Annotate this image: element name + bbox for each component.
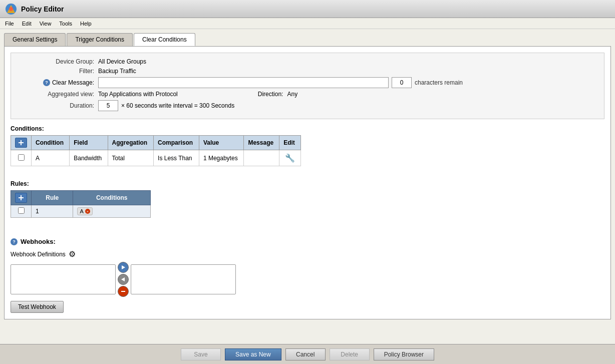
- conditions-col-edit: Edit: [279, 136, 301, 150]
- clear-message-input[interactable]: [98, 77, 389, 88]
- agg-view-value: Top Applications with Protocol: [98, 91, 178, 98]
- rules-col-rule: Rule: [32, 191, 73, 205]
- webhook-defs-label: Webhook Definitions: [11, 251, 66, 258]
- conditions-col-comparison: Comparison: [154, 136, 199, 150]
- filter-row: Filter: Backup Traffic: [19, 68, 596, 75]
- row-comparison: Is Less Than: [154, 150, 199, 166]
- rule-conditions-cell: A ×: [73, 205, 151, 218]
- webhook-add-btn[interactable]: [118, 262, 129, 273]
- duration-suffix: × 60 seconds write interval = 300 Second…: [121, 102, 234, 109]
- filter-value: Backup Traffic: [98, 68, 136, 75]
- title-bar: Policy Editor: [0, 0, 615, 18]
- tabs: General Settings Trigger Conditions Clea…: [4, 33, 611, 46]
- conditions-col-condition: Condition: [32, 136, 70, 150]
- clear-message-label-container: ? Clear Message:: [19, 79, 94, 86]
- row-condition: A: [32, 150, 70, 166]
- row-edit-cell: 🔧: [279, 150, 301, 166]
- edit-condition-btn[interactable]: 🔧: [284, 152, 296, 164]
- tab-trigger[interactable]: Trigger Conditions: [67, 33, 133, 46]
- wrench-icon: 🔧: [285, 153, 295, 163]
- conditions-tag-label: A: [80, 208, 83, 214]
- tab-clear[interactable]: Clear Conditions: [134, 33, 195, 46]
- svg-marker-8: [121, 277, 125, 281]
- duration-label: Duration:: [19, 102, 94, 109]
- row-field: Bandwidth: [70, 150, 108, 166]
- webhook-settings-icon[interactable]: ⚙: [69, 249, 76, 259]
- chars-remain-input: [392, 77, 412, 88]
- direction-value: Any: [287, 91, 297, 98]
- info-section: Device Group: All Device Groups Filter: …: [11, 53, 604, 119]
- add-rule-btn[interactable]: [15, 193, 27, 203]
- row-value: 1 Megabytes: [199, 150, 244, 166]
- duration-input[interactable]: [98, 100, 118, 111]
- conditions-col-message: Message: [244, 136, 279, 150]
- tab-general[interactable]: General Settings: [4, 33, 66, 46]
- rules-col-checkbox: [11, 191, 32, 205]
- app-logo: [5, 3, 17, 15]
- svg-rect-4: [19, 142, 24, 143]
- row-aggregation: Total: [108, 150, 154, 166]
- direction-label: Direction:: [258, 91, 283, 98]
- remove-tag-btn[interactable]: ×: [85, 209, 90, 214]
- conditions-section: Conditions: Condition: [11, 125, 604, 166]
- conditions-col-aggregation: Aggregation: [108, 136, 154, 150]
- conditions-col-field: Field: [70, 136, 108, 150]
- menu-edit[interactable]: Edit: [22, 21, 32, 27]
- rules-title: Rules:: [11, 180, 604, 187]
- webhook-transfer-btns: [118, 262, 129, 297]
- rules-table: Rule Conditions 1 A ×: [11, 190, 151, 218]
- svg-rect-6: [19, 197, 24, 198]
- row-checkbox-cell: [11, 150, 32, 166]
- webhooks-label: Webhooks:: [21, 238, 56, 245]
- conditions-col-checkbox: [11, 136, 32, 150]
- webhooks-help-icon[interactable]: ?: [11, 238, 18, 245]
- table-row: A Bandwidth Total Is Less Than 1 Megabyt…: [11, 150, 301, 166]
- webhooks-title: ? Webhooks:: [11, 238, 604, 245]
- agg-direction-row: Aggregated view: Top Applications with P…: [19, 91, 596, 98]
- test-webhook-btn[interactable]: Test Webhook: [11, 301, 64, 313]
- agg-view-label: Aggregated view:: [19, 91, 94, 98]
- clear-message-label: Clear Message:: [52, 79, 94, 86]
- rule-number: 1: [32, 205, 73, 218]
- menu-view[interactable]: View: [40, 21, 52, 27]
- conditions-tag: A ×: [77, 207, 92, 215]
- conditions-col-value: Value: [199, 136, 244, 150]
- webhook-defs-row: Webhook Definitions ⚙: [11, 249, 604, 259]
- duration-row: Duration: × 60 seconds write interval = …: [19, 100, 596, 111]
- conditions-title: Conditions:: [11, 125, 604, 132]
- menu-bar: File Edit View Tools Help: [0, 18, 615, 29]
- svg-point-2: [9, 7, 13, 11]
- row-message: [244, 150, 279, 166]
- chars-remain-label: characters remain: [415, 79, 463, 86]
- main-content: General Settings Trigger Conditions Clea…: [0, 29, 615, 344]
- filter-label: Filter:: [19, 68, 94, 75]
- clear-message-row: ? Clear Message: characters remain: [19, 77, 596, 88]
- row-checkbox[interactable]: [18, 154, 25, 161]
- table-row: 1 A ×: [11, 205, 151, 218]
- device-group-label: Device Group:: [19, 58, 94, 65]
- svg-rect-9: [121, 291, 125, 292]
- panel: Device Group: All Device Groups Filter: …: [4, 46, 611, 319]
- svg-marker-7: [122, 265, 125, 269]
- webhooks-section: ? Webhooks: Webhook Definitions ⚙: [11, 238, 604, 313]
- menu-help[interactable]: Help: [80, 21, 92, 27]
- rules-section: Rules: Rule Condition: [11, 180, 604, 218]
- rule-checkbox-cell: [11, 205, 32, 218]
- webhook-available-list[interactable]: [11, 264, 116, 294]
- rule-checkbox[interactable]: [18, 207, 25, 214]
- webhook-selected-list[interactable]: [131, 264, 236, 294]
- device-group-row: Device Group: All Device Groups: [19, 58, 596, 65]
- test-webhook-row: Test Webhook: [11, 301, 604, 313]
- help-icon[interactable]: ?: [43, 79, 50, 86]
- webhook-lists-container: [11, 262, 604, 297]
- app-title: Policy Editor: [21, 5, 64, 13]
- menu-tools[interactable]: Tools: [59, 21, 72, 27]
- add-condition-btn[interactable]: [15, 138, 27, 148]
- webhook-back-btn[interactable]: [118, 274, 129, 285]
- menu-file[interactable]: File: [5, 21, 14, 27]
- device-group-value: All Device Groups: [98, 58, 146, 65]
- conditions-table: Condition Field Aggregation Comparison V…: [11, 135, 301, 166]
- rules-col-conditions: Conditions: [73, 191, 151, 205]
- webhook-remove-btn[interactable]: [118, 286, 129, 297]
